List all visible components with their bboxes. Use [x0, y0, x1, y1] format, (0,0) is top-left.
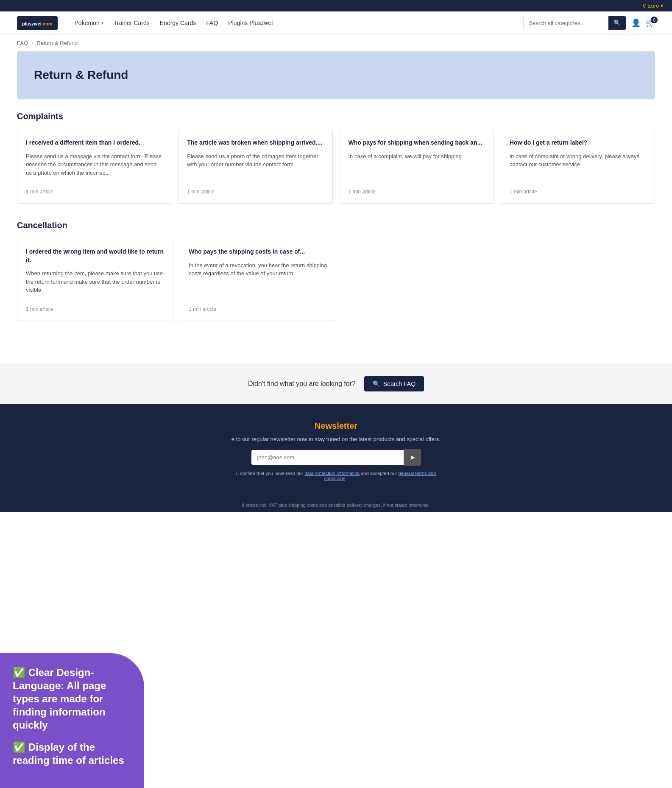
- page-title: Return & Refund: [34, 68, 638, 82]
- cancellation-title: Cancellation: [17, 221, 655, 230]
- newsletter-legal-text: u confirm that you have read our: [236, 471, 303, 476]
- search-faq-label: Search FAQ: [383, 380, 415, 387]
- hero-banner: Return & Refund: [17, 51, 655, 99]
- newsletter-legal: u confirm that you have read our data pr…: [230, 471, 442, 481]
- complaints-title: Complaints: [17, 112, 655, 121]
- cart-button[interactable]: 🛒 0: [646, 18, 655, 28]
- card-title: Who pays for shipping when sending back …: [349, 139, 485, 147]
- nav-energy-cards[interactable]: Energy Cards: [160, 20, 196, 26]
- card-title: Who pays the shipping costs in case of..…: [189, 248, 327, 256]
- not-found-text: Didn't find what you are looking for?: [248, 380, 356, 388]
- card-title: How do I get a return label?: [510, 139, 646, 147]
- card-desc: Please send us a photo of the damaged it…: [187, 152, 323, 177]
- newsletter-desc: e to our regular newsletter now to stay …: [8, 436, 664, 442]
- newsletter-form: ➤: [251, 449, 421, 466]
- newsletter-section: Newsletter e to our regular newsletter n…: [0, 404, 672, 498]
- account-button[interactable]: 👤: [631, 18, 641, 28]
- header-actions: 🔍 👤 🛒 0: [523, 16, 655, 30]
- chevron-down-icon: ▾: [101, 21, 103, 25]
- card-desc: Please send us a message via the contact…: [26, 152, 162, 177]
- card-title: The article was broken when shipping arr…: [187, 139, 323, 147]
- newsletter-email-input[interactable]: [251, 450, 404, 465]
- footer-bottom: ll prices incl. VAT plus shipping costs …: [0, 498, 672, 512]
- card-title: I ordered the wrong item and would like …: [26, 248, 164, 264]
- complaints-section: Complaints I received a different item t…: [17, 112, 655, 204]
- card-meta: 1 min article: [187, 184, 323, 195]
- currency-selector[interactable]: € Euro ▾: [643, 3, 664, 9]
- top-bar: € Euro ▾: [0, 0, 672, 11]
- card-desc: In case of complaint or wrong delivery, …: [510, 152, 646, 177]
- logo[interactable]: pluszwei.com: [17, 16, 58, 30]
- newsletter-legal-end: .: [346, 476, 348, 481]
- cancellation-section: Cancellation I ordered the wrong item an…: [17, 221, 655, 321]
- card-meta: 1 min article: [26, 184, 162, 195]
- cart-count: 0: [651, 17, 658, 23]
- search-faq-button[interactable]: 🔍 Search FAQ: [364, 376, 424, 391]
- not-found-section: Didn't find what you are looking for? 🔍 …: [0, 363, 672, 404]
- search-input[interactable]: [524, 17, 608, 30]
- newsletter-title: Newsletter: [8, 421, 664, 431]
- main-nav: Pokemon ▾ Trainer Cards Energy Cards FAQ…: [75, 20, 523, 26]
- header: pluszwei.com Pokemon ▾ Trainer Cards Ene…: [0, 11, 672, 35]
- breadcrumb: FAQ › Return & Refund: [0, 35, 672, 51]
- breadcrumb-faq[interactable]: FAQ: [17, 40, 28, 46]
- breadcrumb-current: Return & Refund: [36, 40, 78, 46]
- nav-pokemon[interactable]: Pokemon ▾: [75, 20, 103, 26]
- card-wrong-order-return[interactable]: I ordered the wrong item and would like …: [17, 239, 173, 321]
- data-protection-link[interactable]: data protection information: [304, 471, 360, 476]
- card-broken-article[interactable]: The article was broken when shipping arr…: [178, 130, 332, 204]
- card-desc: When returning the item, please make sur…: [26, 269, 164, 294]
- main-content: Complaints I received a different item t…: [0, 112, 672, 355]
- search-icon: 🔍: [373, 380, 380, 387]
- card-desc: In case of a complaint, we will pay for …: [349, 152, 485, 177]
- breadcrumb-separator: ›: [31, 40, 33, 46]
- nav-trainer-cards[interactable]: Trainer Cards: [114, 20, 150, 26]
- search-bar: 🔍: [523, 16, 626, 30]
- footer-text: ll prices incl. VAT plus shipping costs …: [242, 503, 430, 508]
- card-wrong-item[interactable]: I received a different item than I order…: [17, 130, 171, 204]
- card-shipping-pays[interactable]: Who pays for shipping when sending back …: [340, 130, 494, 204]
- card-return-label[interactable]: How do I get a return label? In case of …: [501, 130, 655, 204]
- card-desc: In the event of a revocation, you bear t…: [189, 261, 327, 294]
- card-meta: 1 min article: [26, 301, 164, 312]
- cancellation-cards-grid: I ordered the wrong item and would like …: [17, 239, 336, 321]
- search-button[interactable]: 🔍: [608, 16, 626, 30]
- card-meta: 1 min article: [349, 184, 485, 195]
- nav-plugins[interactable]: Plugins Pluszwei: [228, 20, 273, 26]
- card-meta: 1 min article: [510, 184, 646, 195]
- card-meta: 1 min article: [189, 301, 327, 312]
- newsletter-submit-button[interactable]: ➤: [404, 449, 421, 466]
- complaints-cards-grid: I received a different item than I order…: [17, 130, 655, 204]
- card-title: I received a different item than I order…: [26, 139, 162, 147]
- nav-faq[interactable]: FAQ: [206, 20, 218, 26]
- card-return-shipping-costs[interactable]: Who pays the shipping costs in case of..…: [180, 239, 336, 321]
